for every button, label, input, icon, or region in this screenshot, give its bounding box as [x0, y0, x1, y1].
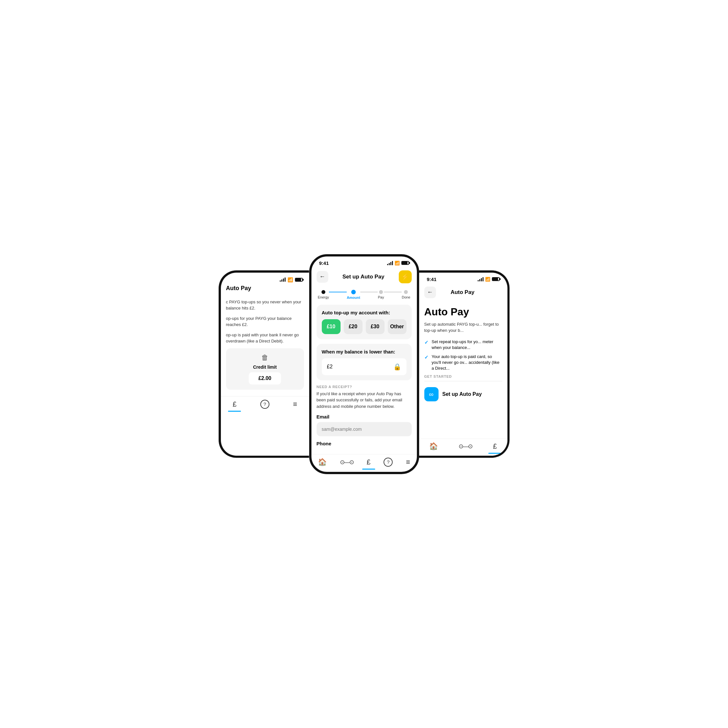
nav-usage[interactable]: ⊙—⊙ — [340, 459, 353, 466]
autopay-desc: Set up automatic PAYG top-u... forget to… — [424, 321, 502, 334]
status-time-right: 9:41 — [427, 277, 437, 282]
bottom-nav-right: 🏠 ⊙—⊙ £ — [419, 439, 508, 456]
step-dot-done — [404, 290, 408, 294]
step-dot-pay — [379, 290, 383, 294]
header-title-right: Auto Pay — [451, 289, 474, 295]
left-content: c PAYG top-ups so you never when your ba… — [221, 295, 309, 394]
amount-btn-other[interactable]: Other — [388, 319, 407, 334]
amount-buttons: £10 £20 £30 Other — [322, 319, 407, 334]
right-content: Auto Pay Set up automatic PAYG top-u... … — [419, 302, 508, 436]
nav-usage-right[interactable]: ⊙—⊙ — [459, 443, 472, 450]
main-content: Auto top-up my account with: £10 £20 £30… — [312, 305, 417, 451]
menu-icon: ≡ — [293, 400, 297, 408]
battery-icon-right — [492, 277, 500, 281]
topup-card: Auto top-up my account with: £10 £20 £30… — [317, 305, 412, 339]
nav-item-menu[interactable]: ≡ — [293, 400, 297, 408]
get-started-label: GET STARTED — [424, 375, 502, 378]
home-icon: 🏠 — [318, 458, 327, 466]
left-desc1: c PAYG top-ups so you never when your ba… — [226, 299, 304, 312]
setup-btn-text: Set up Auto Pay — [442, 392, 482, 397]
left-desc3: op-up is paid with your bank ll never go… — [226, 332, 304, 344]
page-title: Auto Pay — [226, 285, 251, 291]
status-icons-right: 📶 — [478, 277, 500, 282]
step-dot-amount — [351, 290, 356, 294]
credit-value: £2.00 — [249, 372, 281, 385]
left-desc2: op-ups for your PAYG your balance reache… — [226, 315, 304, 328]
setup-autopay-button[interactable]: ∞ Set up Auto Pay — [424, 382, 502, 406]
amount-btn-30[interactable]: £30 — [366, 319, 385, 334]
bottom-nav-left: £ ? ≡ — [221, 396, 309, 414]
credit-section: 🗑 Credit limit £2.00 — [226, 348, 304, 390]
stepper: Energy Amount Pay Done — [312, 287, 417, 305]
signal-icon — [280, 277, 286, 282]
autopay-title: Auto Pay — [424, 306, 502, 318]
header-title: Set up Auto Pay — [343, 274, 385, 280]
checklist-text-1: Set repeat top-ups for yo... meter when … — [432, 339, 502, 350]
step-done: Done — [402, 290, 410, 299]
left-phone: 📶 Auto Pay c PAYG top-ups so you never w… — [219, 271, 309, 458]
right-phone: 9:41 📶 ← Auto Pay Auto Pay — [419, 271, 510, 458]
status-icons: 📶 — [387, 261, 409, 266]
wifi-icon-center: 📶 — [395, 261, 400, 266]
back-button[interactable]: ← — [317, 271, 328, 283]
step-dot-energy — [321, 290, 325, 294]
status-bar-center: 9:41 📶 — [312, 257, 417, 268]
nav-menu[interactable]: ≡ — [406, 458, 410, 466]
receipt-section: NEED A RECEIPT? If you'd like a receipt … — [317, 385, 412, 447]
nav-home[interactable]: 🏠 — [318, 458, 327, 466]
receipt-desc: If you'd like a receipt when your Auto P… — [317, 391, 412, 410]
credit-label: Credit limit — [253, 364, 277, 370]
lightning-icon: ⚡ — [401, 273, 409, 281]
phone-label: Phone — [317, 441, 412, 446]
bottom-nav-center: 🏠 ⊙—⊙ £ ? ≡ — [312, 454, 417, 472]
help-icon: ? — [260, 400, 269, 409]
usage-icon: ⊙—⊙ — [340, 459, 353, 466]
step-line-3 — [384, 292, 402, 292]
back-icon: ← — [320, 273, 325, 280]
screens-container: 📶 Auto Pay c PAYG top-ups so you never w… — [186, 254, 542, 474]
topup-card-title: Auto top-up my account with: — [322, 310, 407, 315]
nav-pound-right[interactable]: £ — [493, 442, 497, 451]
trash-icon[interactable]: 🗑 — [261, 353, 268, 362]
nav-header-center: ← Set up Auto Pay ⚡ — [312, 268, 417, 287]
nav-item-pound[interactable]: £ — [232, 400, 236, 408]
nav-home-right[interactable]: 🏠 — [429, 442, 438, 451]
nav-item-help[interactable]: ? — [260, 400, 269, 409]
checklist-item-2: ✓ Your auto top-up is paid card, so you'… — [424, 354, 502, 372]
hamburger-icon: ≡ — [406, 458, 410, 466]
back-icon-right: ← — [427, 289, 433, 295]
balance-card-title: When my balance is lower than: — [322, 349, 407, 355]
nav-header-right: ← Auto Pay — [419, 284, 508, 302]
step-amount: Amount — [347, 290, 360, 300]
amount-btn-10[interactable]: £10 — [322, 319, 341, 334]
account-icon: £ — [366, 458, 370, 466]
step-label-pay: Pay — [378, 295, 384, 299]
balance-card: When my balance is lower than: £2 🔒 — [317, 344, 412, 380]
step-line-1 — [329, 292, 347, 292]
receipt-label: NEED A RECEIPT? — [317, 385, 412, 389]
infinity-icon: ∞ — [424, 387, 439, 401]
checklist-item-1: ✓ Set repeat top-ups for yo... meter whe… — [424, 339, 502, 350]
pound-icon: £ — [232, 400, 236, 408]
lock-icon: 🔒 — [393, 363, 401, 371]
action-button[interactable]: ⚡ — [399, 271, 412, 283]
back-button-right[interactable]: ← — [424, 286, 436, 298]
step-label-amount: Amount — [347, 295, 360, 300]
usage-icon-right: ⊙—⊙ — [459, 443, 472, 450]
check-icon-2: ✓ — [424, 354, 428, 372]
step-line-2 — [360, 292, 378, 292]
status-time: 9:41 — [319, 260, 329, 266]
wifi-icon-right: 📶 — [485, 277, 490, 282]
nav-account[interactable]: £ — [366, 458, 370, 466]
email-input[interactable] — [317, 422, 412, 436]
home-icon-right: 🏠 — [429, 442, 438, 451]
balance-value: £2 — [327, 364, 333, 370]
signal-icon-right — [478, 277, 483, 281]
help-circle-icon: ? — [384, 457, 393, 467]
balance-display: £2 🔒 — [322, 358, 407, 375]
wifi-icon: 📶 — [288, 277, 293, 282]
step-energy: Energy — [318, 290, 329, 299]
amount-btn-20[interactable]: £20 — [344, 319, 362, 334]
nav-help[interactable]: ? — [384, 457, 393, 467]
step-label-energy: Energy — [318, 295, 329, 299]
